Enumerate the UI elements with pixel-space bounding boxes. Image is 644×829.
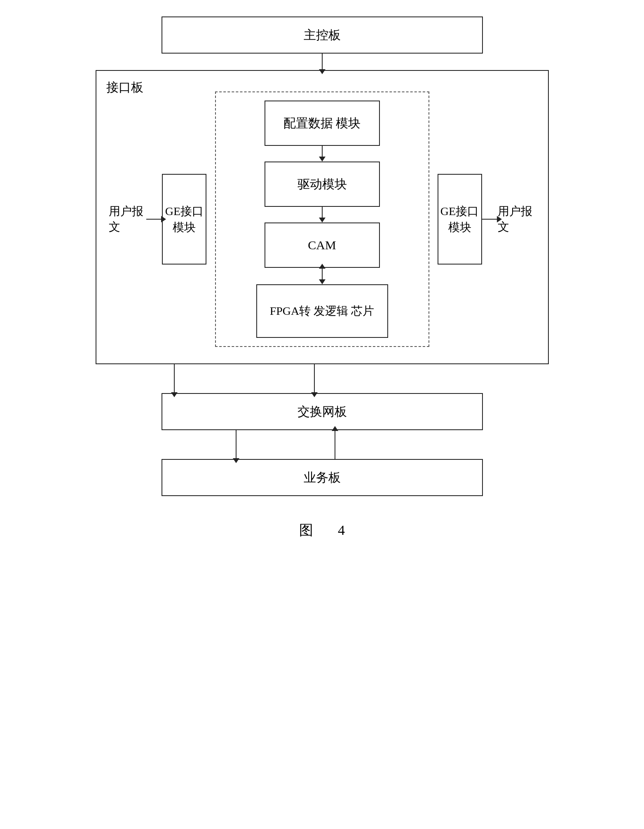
cam-box: CAM [265, 222, 380, 268]
fpga-box: FPGA转 发逻辑 芯片 [256, 284, 388, 338]
interface-board-label: 接口板 [106, 79, 143, 96]
arrow-right-to-user [482, 219, 498, 220]
figure-number: 4 [338, 522, 345, 538]
left-side: 用户报文 GE接口 模块 [109, 174, 207, 265]
fpga-row: FPGA转 发逻辑 芯片 [228, 284, 416, 338]
center-area: 配置数据 模块 驱动模块 CAM [215, 91, 429, 347]
dashed-box: 配置数据 模块 驱动模块 CAM [215, 91, 429, 347]
ge-right-box: GE接口 模块 [438, 174, 482, 265]
switch-board-box: 交换网板 [162, 393, 483, 430]
drive-module-box: 驱动模块 [265, 162, 380, 207]
user-msg-left-label: 用户报文 [109, 204, 144, 235]
service-board-box: 业务板 [162, 459, 483, 496]
right-side: GE接口 模块 用户报文 [438, 174, 536, 265]
ge-left-box: GE接口 模块 [162, 174, 206, 265]
interface-board: 接口板 用户报文 GE接口 模块 配置数据 模块 [96, 70, 549, 364]
arrow-right-to-ge-left [146, 219, 162, 220]
diagram-container: 主控板 接口板 用户报文 GE接口 模块 配置数据 模块 [54, 16, 590, 540]
config-data-module-box: 配置数据 模块 [265, 101, 380, 146]
figure-caption: 图 4 [299, 521, 345, 540]
figure-label: 图 [299, 521, 313, 540]
user-msg-right-label: 用户报文 [498, 204, 533, 235]
main-board-box: 主控板 [162, 16, 483, 54]
